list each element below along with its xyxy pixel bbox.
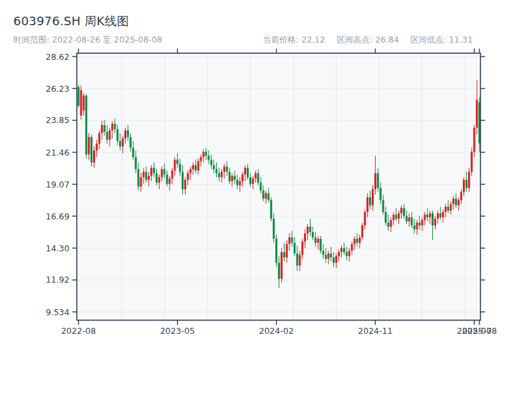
candle-body bbox=[98, 133, 100, 144]
candle-body bbox=[241, 174, 243, 181]
candle-body bbox=[171, 170, 173, 178]
candle-body bbox=[85, 96, 87, 155]
candle-body bbox=[408, 217, 410, 221]
candle-body bbox=[119, 141, 121, 146]
candle-body bbox=[255, 173, 257, 178]
candle-body bbox=[380, 188, 382, 200]
candle-body bbox=[233, 176, 235, 180]
candle-body bbox=[257, 173, 259, 182]
candle-body bbox=[205, 152, 207, 156]
candle-body bbox=[426, 215, 428, 217]
x-tick-label: 2024-11 bbox=[358, 326, 392, 336]
candle-body bbox=[442, 212, 444, 217]
candle-body bbox=[299, 255, 301, 265]
candle-body bbox=[145, 172, 147, 180]
candle-body bbox=[263, 191, 265, 199]
candle-body bbox=[218, 173, 220, 177]
candle-body bbox=[114, 124, 116, 129]
candle-body bbox=[400, 208, 402, 213]
candle-body bbox=[312, 232, 314, 237]
y-tick-label: 23.85 bbox=[46, 115, 70, 125]
candle-body bbox=[354, 239, 356, 244]
candle-body bbox=[182, 172, 184, 189]
candle-body bbox=[281, 252, 283, 279]
candle-body bbox=[406, 216, 408, 221]
candle-body bbox=[364, 212, 366, 225]
candle-body bbox=[153, 168, 155, 173]
candle-body bbox=[210, 160, 212, 165]
candle-body bbox=[267, 194, 269, 200]
candle-body bbox=[448, 207, 450, 211]
candle-body bbox=[346, 252, 348, 256]
candle-body bbox=[226, 166, 228, 172]
candle-body bbox=[265, 194, 267, 199]
candle-body bbox=[122, 138, 124, 146]
candle-body bbox=[434, 219, 436, 225]
candle-body bbox=[455, 199, 457, 205]
y-tick-label: 14.30 bbox=[46, 243, 70, 253]
candle-body bbox=[111, 124, 113, 130]
y-tick-label: 21.46 bbox=[46, 148, 70, 158]
candle-body bbox=[343, 248, 345, 252]
candle-body bbox=[156, 173, 158, 182]
candle-body bbox=[221, 172, 223, 177]
candle-body bbox=[403, 208, 405, 216]
x-tick-label: 2024-02 bbox=[259, 326, 293, 336]
candle-body bbox=[148, 176, 150, 180]
candle-body bbox=[476, 100, 478, 128]
candle-body bbox=[450, 204, 452, 211]
candle-body bbox=[289, 237, 291, 244]
candle-body bbox=[138, 169, 140, 186]
candle-body bbox=[418, 223, 420, 225]
candle-body bbox=[88, 137, 90, 154]
candle-body bbox=[127, 130, 129, 137]
candle-body bbox=[468, 172, 470, 188]
candle-body bbox=[169, 178, 171, 184]
candle-body bbox=[187, 173, 189, 180]
candle-body bbox=[130, 137, 132, 148]
candle-body bbox=[387, 223, 389, 227]
candle-body bbox=[424, 215, 426, 220]
candle-body bbox=[78, 87, 80, 106]
candle-body bbox=[293, 243, 295, 253]
candle-body bbox=[239, 182, 241, 186]
candle-body bbox=[466, 180, 467, 188]
candle-body bbox=[135, 157, 137, 169]
candle-body bbox=[174, 160, 176, 170]
candle-body bbox=[213, 165, 215, 169]
candle-body bbox=[96, 144, 98, 150]
candle-body bbox=[320, 239, 322, 251]
candle-body bbox=[200, 157, 202, 161]
candle-body bbox=[358, 237, 360, 243]
candle-body bbox=[106, 132, 108, 140]
candle-body bbox=[275, 239, 277, 263]
candle-body bbox=[356, 239, 358, 243]
kline-chart-page: 603976.SH 周K线图 时间范围: 2022-08-26 至 2025-0… bbox=[0, 0, 532, 399]
candle-body bbox=[437, 213, 439, 219]
candle-body bbox=[327, 253, 329, 259]
candle-body bbox=[286, 244, 288, 257]
candle-body bbox=[460, 192, 462, 200]
candle-body bbox=[231, 176, 233, 181]
y-tick-label: 28.62 bbox=[46, 52, 70, 62]
candle-body bbox=[429, 213, 431, 217]
y-tick-label: 26.23 bbox=[46, 84, 70, 94]
candle-body bbox=[229, 172, 231, 181]
candle-body bbox=[325, 255, 327, 259]
candle-body bbox=[471, 152, 473, 172]
candle-body bbox=[296, 253, 298, 265]
candle-body bbox=[80, 90, 82, 116]
candle-body bbox=[195, 165, 197, 170]
candle-body bbox=[104, 125, 106, 132]
candle-body bbox=[338, 252, 340, 256]
candle-body bbox=[124, 130, 126, 138]
candle-body bbox=[411, 217, 413, 225]
candle-body bbox=[270, 200, 272, 219]
candle-body bbox=[421, 220, 423, 225]
candle-body bbox=[458, 200, 460, 205]
candle-body bbox=[390, 220, 392, 227]
candle-body bbox=[332, 257, 334, 263]
candle-body bbox=[101, 125, 103, 133]
candle-body bbox=[158, 177, 160, 182]
candle-body bbox=[140, 177, 142, 186]
